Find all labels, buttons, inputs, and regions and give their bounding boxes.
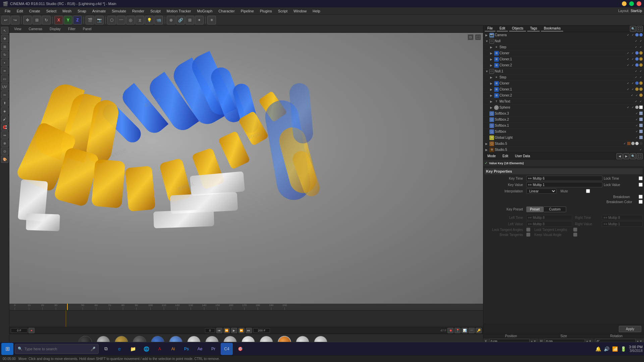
- z-axis-btn[interactable]: Z: [73, 16, 82, 24]
- timeline-tracks[interactable]: [9, 310, 483, 327]
- timeline-btn[interactable]: 📊: [462, 328, 468, 333]
- tray-icon-3[interactable]: 📶: [612, 346, 618, 352]
- obj-null-0[interactable]: ▼ □ Null ✓ ✓: [483, 38, 644, 44]
- move-tool[interactable]: ✥: [23, 16, 32, 24]
- obj-expand-motext[interactable]: ▶: [490, 100, 493, 103]
- menu-mograph[interactable]: MoGraph: [194, 8, 215, 14]
- obj-cloner-n1-1[interactable]: ▶ ⊞ Cloner.1 ✓ ✓: [483, 86, 644, 93]
- add-spline-btn[interactable]: 〰: [117, 16, 125, 24]
- edges-btn[interactable]: ━: [1, 67, 8, 74]
- magnet-btn[interactable]: 🧲: [1, 123, 8, 131]
- obj-tab-bookmarks[interactable]: Bookmarks: [541, 26, 563, 32]
- add-camera-btn[interactable]: 📹: [154, 16, 163, 24]
- attr-key-value-value[interactable]: [526, 182, 602, 187]
- vp-tab-cameras[interactable]: Cameras: [25, 26, 46, 32]
- obj-step-0[interactable]: ▶ ≡ Step ✓ ✓: [483, 44, 644, 50]
- menu-animate[interactable]: Animate: [90, 8, 108, 14]
- object-list[interactable]: ▶ 📷 Camera ✓ ✓ ▼ □ Null: [483, 32, 644, 153]
- obj-tab-tags[interactable]: Tags: [527, 26, 540, 32]
- attr-expand-btn[interactable]: ⛶: [637, 153, 643, 159]
- obj-expand-c0[interactable]: ▶: [490, 52, 493, 55]
- maximize-button[interactable]: [629, 1, 634, 6]
- obj-manager-search-btn[interactable]: 🔍: [630, 26, 636, 32]
- app1-btn[interactable]: 🎯: [234, 343, 246, 355]
- pr-btn[interactable]: Pr: [207, 343, 219, 355]
- menu-sculpt[interactable]: Sculpt: [148, 8, 163, 14]
- breakdown-color-check[interactable]: [639, 200, 643, 204]
- obj-motext[interactable]: ▶ T MoText ✓ ✓: [483, 99, 644, 105]
- render-region-btn[interactable]: 📷: [95, 16, 104, 24]
- render-check[interactable]: ✓: [631, 33, 635, 37]
- apply-button[interactable]: Apply: [619, 326, 641, 332]
- obj-globallight[interactable]: ☀ Global Light ✓: [483, 135, 644, 141]
- start-button[interactable]: ⊞: [1, 343, 13, 355]
- lock-tangent-angles-check[interactable]: [526, 228, 530, 232]
- add-deformer-btn[interactable]: ⧖: [136, 16, 144, 24]
- obj-tab-file[interactable]: File: [485, 26, 495, 32]
- viewport-maximize-btn[interactable]: ⊡: [468, 34, 474, 40]
- obj-tab-objects[interactable]: Objects: [509, 26, 526, 32]
- menu-file[interactable]: File: [2, 8, 13, 14]
- vp-tab-filter[interactable]: Filter: [65, 26, 79, 32]
- menu-edit[interactable]: Edit: [14, 8, 26, 14]
- obj-cloner-n1-0[interactable]: ▶ ⊞ Cloner ✓ ✓: [483, 80, 644, 86]
- record-btn[interactable]: ●: [29, 328, 35, 333]
- scale-lt-btn[interactable]: ⊞: [1, 43, 8, 50]
- keep-visual-angle-check[interactable]: [573, 233, 577, 237]
- task-view-btn[interactable]: ⧉: [100, 343, 112, 355]
- left-value-value[interactable]: [526, 221, 572, 227]
- obj-tab-edit[interactable]: Edit: [497, 26, 508, 32]
- attr-prev-btn[interactable]: ◀: [616, 153, 623, 159]
- left-time-value[interactable]: [526, 215, 572, 220]
- menu-mesh[interactable]: Mesh: [60, 8, 74, 14]
- menu-snap[interactable]: Snap: [75, 8, 89, 14]
- break-tangents-check[interactable]: [526, 233, 530, 237]
- menu-create[interactable]: Create: [26, 8, 43, 14]
- points-btn[interactable]: •: [1, 59, 8, 66]
- breakdown-check[interactable]: [639, 195, 643, 199]
- rotate-lt-btn[interactable]: ↻: [1, 51, 8, 58]
- menu-simulate[interactable]: Simulate: [109, 8, 129, 14]
- mirror-btn[interactable]: ⇔: [1, 131, 8, 139]
- obj-cloner-0[interactable]: ▶ ⊞ Cloner ✓ ✓: [483, 50, 644, 56]
- menu-render[interactable]: Render: [129, 8, 147, 14]
- obj-expand-step1[interactable]: ▶: [490, 76, 493, 79]
- obj-softbox[interactable]: ◻ Softbox ✓: [483, 129, 644, 135]
- ae-btn[interactable]: Ae: [194, 343, 206, 355]
- add-light-btn[interactable]: 💡: [145, 16, 154, 24]
- obj-expand-sphere[interactable]: ▶: [490, 106, 493, 109]
- brush-btn[interactable]: 🖌: [1, 115, 8, 123]
- obj-sphere[interactable]: ▶ ○ Sphere ✓ ✓: [483, 105, 644, 111]
- connect-btn[interactable]: 🔗: [176, 16, 185, 24]
- viewport[interactable]: 素材社区 素材社区 素材社区 素材社区 素材社区 ⊡ ⛶: [9, 33, 483, 304]
- obj-cloner-1[interactable]: ▶ ⊞ Cloner.1 ✓ ✓: [483, 56, 644, 62]
- boole-btn[interactable]: ⊗: [167, 16, 175, 24]
- close-button[interactable]: [637, 1, 641, 6]
- minimize-button[interactable]: [622, 1, 627, 6]
- go-start-btn[interactable]: ⏮: [216, 328, 222, 333]
- obj-expand-cn11[interactable]: ▶: [490, 88, 493, 91]
- acrobat-btn[interactable]: A: [154, 343, 166, 355]
- vis-check-s0[interactable]: ✓: [634, 45, 638, 49]
- render-check-s0[interactable]: ✓: [639, 45, 643, 49]
- obj-softbox1[interactable]: ◻ Softbox.1 ✓: [483, 123, 644, 129]
- play-btn[interactable]: ▶: [231, 328, 237, 333]
- lock-value-check[interactable]: [639, 183, 643, 187]
- scale-tool[interactable]: ⊞: [33, 16, 41, 24]
- c4d-btn[interactable]: C4: [221, 343, 233, 355]
- vp-tab-panel[interactable]: Panel: [79, 26, 95, 32]
- preset-btn-preset[interactable]: Preset: [526, 206, 543, 212]
- obj-softbox2[interactable]: ◻ Softbox.2 ✓: [483, 117, 644, 123]
- knife-btn[interactable]: ✂: [1, 91, 8, 99]
- menu-motion-tracker[interactable]: Motion Tracker: [164, 8, 194, 14]
- rotate-tool[interactable]: ↻: [42, 16, 51, 24]
- select-tool-btn[interactable]: ↖: [1, 27, 8, 34]
- vis-check-n0[interactable]: ✓: [634, 39, 638, 43]
- tray-icon-1[interactable]: 🔔: [595, 346, 601, 352]
- menu-help[interactable]: Help: [310, 8, 323, 14]
- illustrator-btn[interactable]: Ai: [167, 343, 179, 355]
- prev-frame-btn[interactable]: ⏪: [224, 328, 230, 333]
- record2-btn[interactable]: ⏺: [447, 328, 453, 333]
- timeline-ruler[interactable]: 0 10 20 30 50 60 70 80 90 100 110 120 13…: [9, 304, 483, 310]
- motion-path-btn[interactable]: 〰: [469, 328, 475, 333]
